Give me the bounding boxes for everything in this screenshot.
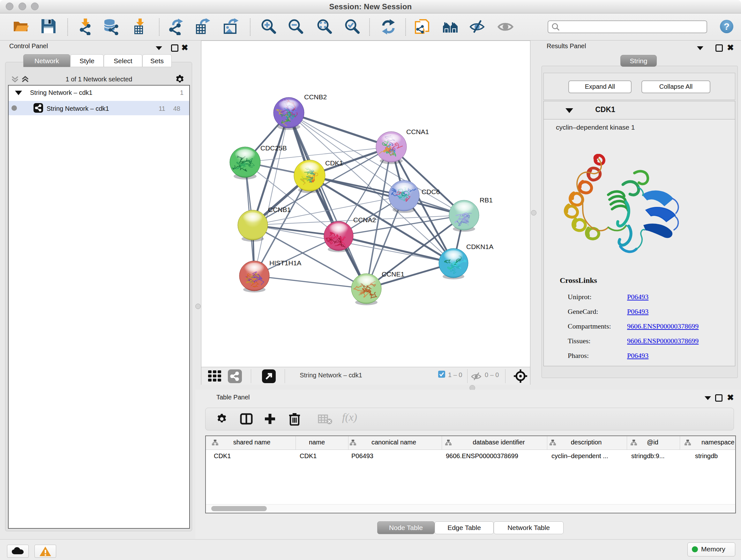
svg-text:CCNE1: CCNE1 — [382, 270, 404, 278]
svg-text:CCNB1: CCNB1 — [268, 206, 291, 213]
svg-text:HIST1H1A: HIST1H1A — [269, 259, 301, 266]
svg-text:CCNA2: CCNA2 — [353, 216, 376, 224]
svg-text:CDKN1A: CDKN1A — [466, 243, 493, 250]
svg-text:CCNB2: CCNB2 — [304, 93, 327, 101]
svg-text:RB1: RB1 — [480, 196, 493, 204]
svg-text:CDC6: CDC6 — [421, 188, 440, 195]
svg-text:CDC25B: CDC25B — [260, 144, 287, 152]
svg-text:CDK1: CDK1 — [325, 159, 343, 167]
svg-text:CCNA1: CCNA1 — [406, 128, 429, 135]
